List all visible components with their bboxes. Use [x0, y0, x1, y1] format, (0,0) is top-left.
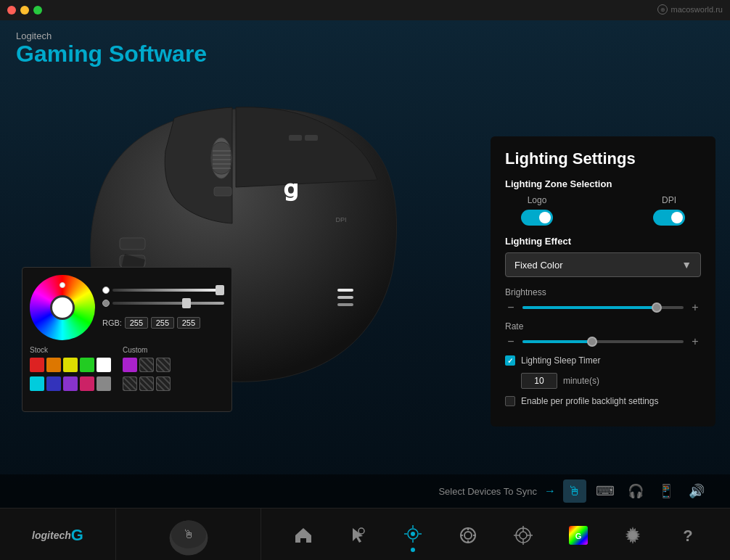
- svg-rect-11: [337, 289, 353, 292]
- settings-icon-btn[interactable]: [616, 519, 649, 552]
- brightness-track[interactable]: [522, 306, 684, 309]
- sync-mouse-icon[interactable]: 🖱: [563, 479, 586, 503]
- arx-icon-btn[interactable]: G: [562, 519, 595, 552]
- rate-label: Rate: [505, 321, 701, 332]
- globe-icon: ⊕: [657, 4, 668, 15]
- dpi-toggle-thumb: [671, 212, 683, 223]
- custom-swatch-6[interactable]: [156, 376, 171, 391]
- custom-swatch-4[interactable]: [123, 376, 137, 391]
- sleep-timer-input-row: minute(s): [521, 373, 701, 389]
- swatch-cyan[interactable]: [30, 376, 44, 391]
- sync-tablet-icon[interactable]: 📱: [655, 479, 678, 503]
- sleep-timer-row: ✓ Lighting Sleep Timer: [505, 355, 701, 366]
- rate-track[interactable]: [522, 340, 684, 343]
- swatch-gray[interactable]: [97, 376, 111, 391]
- toolbar-icons: G ?: [261, 519, 730, 552]
- color-wheel[interactable]: [30, 275, 95, 340]
- swatch-white[interactable]: [97, 358, 111, 372]
- sync-keyboard-icon[interactable]: ⌨: [594, 479, 617, 503]
- swatch-orange[interactable]: [46, 358, 61, 372]
- svg-point-22: [411, 532, 415, 536]
- swatch-red[interactable]: [30, 358, 44, 372]
- help-icon-btn[interactable]: ?: [671, 519, 705, 552]
- zone-dpi: DPI: [640, 195, 698, 226]
- zone-dpi-label: DPI: [662, 195, 676, 205]
- home-icon-btn[interactable]: [287, 519, 320, 552]
- main-area: Logitech Gaming Software: [0, 20, 730, 508]
- titlebar: ⊕ macosworld.ru: [0, 0, 730, 20]
- per-profile-label: Enable per profile backlight settings: [521, 396, 658, 406]
- brightness-section: Brightness − +: [505, 287, 701, 314]
- custom-swatch-1[interactable]: [123, 358, 137, 372]
- custom-swatch-2[interactable]: [139, 358, 154, 372]
- color-sliders: RGB:: [102, 287, 224, 329]
- brightness-dot: [102, 287, 110, 294]
- svg-point-20: [358, 528, 364, 534]
- svg-point-34: [520, 532, 527, 539]
- lighting-icon-btn[interactable]: [396, 519, 430, 552]
- brightness-minus-button[interactable]: −: [505, 301, 517, 314]
- saturation-slider[interactable]: [112, 302, 224, 305]
- zone-logo: Logo: [508, 195, 566, 226]
- brightness-label: Brightness: [505, 287, 701, 297]
- brightness-slider[interactable]: [112, 289, 224, 292]
- custom-swatch-3[interactable]: [156, 358, 171, 372]
- app-title: Gaming Software: [16, 41, 714, 67]
- svg-rect-16: [305, 135, 318, 141]
- swatch-green[interactable]: [80, 358, 94, 372]
- swatch-section: Stock Custom: [30, 346, 224, 391]
- dpi-toggle[interactable]: [653, 210, 685, 226]
- swatch-yellow[interactable]: [63, 358, 78, 372]
- svg-text:G: G: [575, 532, 581, 540]
- logo-toggle-thumb: [539, 212, 551, 223]
- watermark: ⊕ macosworld.ru: [657, 4, 723, 15]
- pointer-icon-btn[interactable]: [342, 519, 375, 552]
- svg-text:🖱: 🖱: [182, 527, 194, 540]
- sleep-timer-checkbox[interactable]: ✓: [505, 355, 515, 366]
- sync-speaker-icon[interactable]: 🔊: [685, 479, 708, 503]
- color-picker-panel: RGB: Stock: [22, 267, 232, 412]
- minimize-button[interactable]: [20, 6, 29, 15]
- close-button[interactable]: [7, 6, 16, 15]
- performance-icon-btn[interactable]: [451, 519, 485, 552]
- sleep-timer-input[interactable]: [521, 373, 557, 389]
- swatch-purple[interactable]: [63, 376, 78, 391]
- effect-value: Fixed Color: [514, 260, 562, 271]
- zone-row: Logo DPI: [505, 195, 701, 226]
- svg-point-28: [464, 532, 472, 539]
- lighting-panel: Lighting Settings Lighting Zone Selectio…: [491, 136, 715, 427]
- color-wheel-inner: [50, 295, 75, 320]
- custom-label: Custom: [123, 346, 171, 354]
- rgb-b-input[interactable]: [177, 317, 200, 329]
- rgb-r-input[interactable]: [125, 317, 148, 329]
- stock-swatches: Stock: [30, 346, 111, 391]
- active-indicator: [411, 548, 415, 552]
- sync-arrow-icon: →: [544, 485, 556, 498]
- custom-swatch-5[interactable]: [139, 376, 154, 391]
- sleep-unit-label: minute(s): [563, 376, 599, 386]
- rate-minus-button[interactable]: −: [505, 335, 517, 348]
- maximize-button[interactable]: [33, 6, 42, 15]
- color-wheel-cursor: [60, 282, 65, 288]
- saturation-dot: [102, 300, 110, 307]
- brand-label: Logitech: [16, 30, 714, 41]
- effect-label: Lighting Effect: [505, 236, 701, 247]
- svg-text:?: ?: [683, 527, 692, 545]
- sync-headset-icon[interactable]: 🎧: [624, 479, 647, 503]
- rate-plus-button[interactable]: +: [689, 335, 701, 348]
- brand-logo: logitech G: [0, 508, 116, 560]
- per-profile-checkbox[interactable]: [505, 396, 515, 406]
- target-icon-btn[interactable]: [507, 519, 540, 552]
- custom-swatches: Custom: [123, 346, 171, 391]
- rgb-g-input[interactable]: [151, 317, 174, 329]
- sync-bar: Select Devices To Sync → 🖱 ⌨ 🎧 📱 🔊: [0, 474, 730, 508]
- sync-label: Select Devices To Sync: [438, 486, 537, 497]
- svg-point-42: [630, 532, 636, 538]
- rate-section: Rate − +: [505, 321, 701, 348]
- logo-toggle[interactable]: [521, 210, 553, 226]
- effect-dropdown[interactable]: Fixed Color ▼: [505, 252, 701, 277]
- swatch-pink[interactable]: [80, 376, 94, 391]
- swatch-blue[interactable]: [46, 376, 61, 391]
- brightness-plus-button[interactable]: +: [689, 301, 701, 314]
- svg-text:ᵍ: ᵍ: [283, 175, 298, 217]
